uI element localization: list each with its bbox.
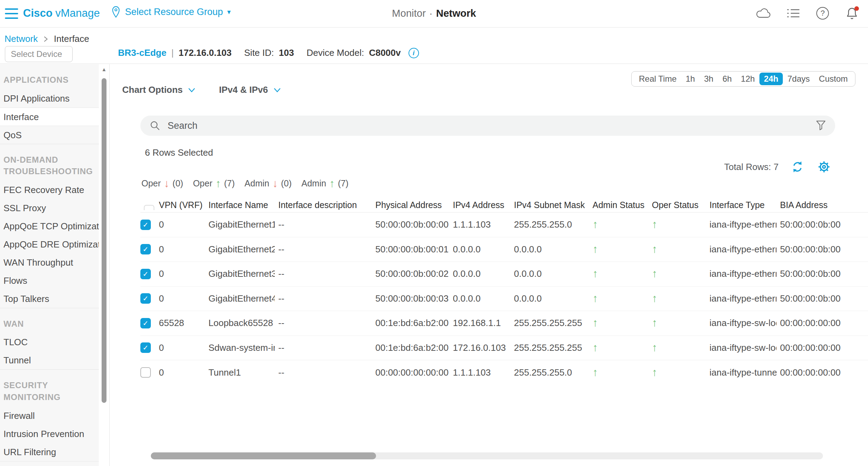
status-filter-chip[interactable]: Admin (7) — [301, 178, 348, 189]
sidebar-scrollbar[interactable]: ▲ — [99, 64, 109, 466]
select-all-checkbox[interactable] — [144, 205, 154, 210]
column-header[interactable]: Interface Type — [706, 200, 777, 210]
oper-status-arrow-icon — [652, 342, 657, 354]
select-device-dropdown[interactable]: Select Device — [5, 46, 73, 62]
time-range-chip[interactable]: 12h — [736, 73, 759, 85]
cell-ipv4-subnet-mask: 255.255.255.0 — [510, 367, 589, 378]
table-row[interactable]: 65528 Loopback65528 -- 00:1e:bd:6a:b2:00… — [140, 311, 868, 336]
top-bar-icons: ? — [756, 6, 860, 21]
time-range-chip[interactable]: 24h — [759, 73, 783, 85]
filter-funnel-icon[interactable] — [816, 120, 826, 131]
info-icon[interactable]: i — [409, 48, 419, 58]
notification-bell-icon[interactable] — [844, 6, 860, 21]
sidebar-item[interactable]: WAN Throughput — [0, 253, 99, 272]
horizontal-scrollbar-thumb[interactable] — [151, 452, 376, 459]
device-model-label: Device Model: — [307, 47, 364, 58]
table-row[interactable]: 0 GigabitEthernet3 -- 50:00:00:0b:00:02 … — [140, 262, 868, 287]
admin-status-arrow-icon — [593, 367, 598, 378]
oper-status-arrow-icon — [652, 219, 657, 230]
time-range-chip[interactable]: 1h — [681, 73, 700, 85]
cloud-icon[interactable] — [756, 6, 772, 21]
column-header[interactable]: IPv4 Address — [449, 200, 510, 210]
column-header[interactable]: VPN (VRF) — [155, 200, 205, 210]
table-row[interactable]: 0 Tunnel1 -- 00:00:00:00:00:00 1.1.1.103… — [140, 360, 868, 385]
table-body: 0 GigabitEthernet1 -- 50:00:00:0b:00:00 … — [140, 213, 868, 385]
ip-version-filter-dropdown[interactable]: IPv4 & IPv6 — [219, 84, 281, 95]
cell-oper-status — [648, 342, 706, 354]
time-range-chip[interactable]: Custom — [814, 73, 852, 85]
status-filter-chip[interactable]: Admin (0) — [244, 178, 292, 189]
row-checkbox[interactable] — [140, 342, 151, 353]
table-row[interactable]: 0 Sdwan-system-intf -- 00:1e:bd:6a:b2:00… — [140, 336, 868, 361]
sidebar-item[interactable]: Advanced Malware Protection — [0, 461, 99, 466]
time-range-chip[interactable]: 7days — [783, 73, 814, 85]
column-header[interactable]: Interface Name — [205, 200, 275, 210]
cell-interface-description: -- — [275, 268, 372, 279]
sidebar-item[interactable]: AppQoE DRE Optimization — [0, 235, 99, 253]
time-range-chip[interactable]: 6h — [718, 73, 736, 85]
cell-ipv4-address: 0.0.0.0 — [449, 268, 510, 279]
sidebar-scrollbar-thumb[interactable] — [102, 78, 106, 403]
row-checkbox[interactable] — [140, 220, 151, 230]
time-range-selector: Real Time1h3h6h12h24h7daysCustom — [631, 71, 855, 87]
chart-options-dropdown[interactable]: Chart Options — [122, 84, 196, 95]
status-arrow-icon — [329, 178, 335, 189]
cell-ipv4-subnet-mask: 0.0.0.0 — [510, 293, 589, 304]
cell-interface-name: Tunnel1 — [205, 367, 275, 378]
table-row[interactable]: 0 GigabitEthernet2 -- 50:00:00:0b:00:01 … — [140, 237, 868, 262]
sidebar-item[interactable]: Intrusion Prevention — [0, 425, 99, 443]
row-checkbox-cell — [140, 367, 155, 378]
row-checkbox[interactable] — [140, 367, 151, 378]
row-checkbox[interactable] — [140, 244, 151, 254]
refresh-icon[interactable] — [790, 159, 805, 175]
scrollbar-up-arrow-icon[interactable]: ▲ — [99, 66, 109, 72]
table-row[interactable]: 0 GigabitEthernet4 -- 50:00:00:0b:00:03 … — [140, 287, 868, 311]
oper-status-arrow-icon — [652, 367, 657, 378]
status-filter-chip[interactable]: Oper (0) — [141, 178, 183, 189]
column-header[interactable]: Interface description — [275, 200, 372, 210]
sidebar-item[interactable]: QoS — [0, 126, 99, 144]
sidebar-item[interactable]: Flows — [0, 272, 99, 290]
sidebar-section-items: TLOCTunnel — [0, 333, 99, 369]
sidebar-item[interactable]: Interface — [0, 108, 99, 126]
row-checkbox[interactable] — [140, 293, 151, 304]
chevron-down-icon — [273, 87, 281, 93]
cell-vpn: 65528 — [155, 318, 205, 328]
row-checkbox[interactable] — [140, 318, 151, 328]
sidebar-nav: APPLICATIONS DPI ApplicationsInterfaceQo… — [0, 64, 99, 466]
sidebar-item[interactable]: Firewall — [0, 407, 99, 425]
status-filter-chip[interactable]: Oper (7) — [193, 178, 235, 189]
column-header[interactable]: Physical Address — [372, 200, 449, 210]
admin-status-arrow-icon — [593, 293, 598, 304]
row-checkbox[interactable] — [140, 269, 151, 279]
column-header[interactable]: Admin Status — [589, 200, 648, 210]
sidebar-item[interactable]: AppQoE TCP Optimization — [0, 217, 99, 235]
sidebar-item[interactable]: Tunnel — [0, 351, 99, 369]
admin-status-arrow-icon — [593, 342, 598, 354]
help-icon[interactable]: ? — [815, 6, 830, 21]
cell-admin-status — [589, 219, 648, 230]
sidebar-item[interactable]: FEC Recovery Rate — [0, 181, 99, 199]
time-range-chip[interactable]: 3h — [699, 73, 718, 85]
admin-status-arrow-icon — [593, 317, 598, 329]
sidebar-item[interactable]: Top Talkers — [0, 290, 99, 308]
device-info-bar: BR3-cEdge | 172.16.0.103 Site ID: 103 De… — [118, 47, 419, 58]
time-range-chip[interactable]: Real Time — [634, 73, 681, 85]
column-header[interactable]: IPv4 Subnet Mask — [510, 200, 589, 210]
oper-status-arrow-icon — [652, 317, 657, 329]
sidebar-item[interactable]: TLOC — [0, 333, 99, 351]
row-checkbox-cell — [140, 220, 155, 230]
search-input[interactable] — [168, 120, 809, 131]
breadcrumb-network-link[interactable]: Network — [5, 34, 38, 44]
column-header[interactable]: Oper Status — [648, 200, 706, 210]
horizontal-scrollbar[interactable] — [151, 452, 823, 459]
column-header[interactable]: BIA Address — [777, 200, 868, 210]
status-filter-count: (0) — [281, 178, 292, 188]
table-settings-gear-icon[interactable] — [816, 159, 832, 175]
sidebar-item[interactable]: DPI Applications — [0, 89, 99, 108]
sidebar-item[interactable]: URL Filtering — [0, 443, 99, 461]
sidebar-item[interactable]: SSL Proxy — [0, 199, 99, 217]
table-row[interactable]: 0 GigabitEthernet1 -- 50:00:00:0b:00:00 … — [140, 213, 868, 237]
task-list-icon[interactable] — [786, 6, 801, 21]
cell-interface-name: Loopback65528 — [205, 318, 275, 328]
